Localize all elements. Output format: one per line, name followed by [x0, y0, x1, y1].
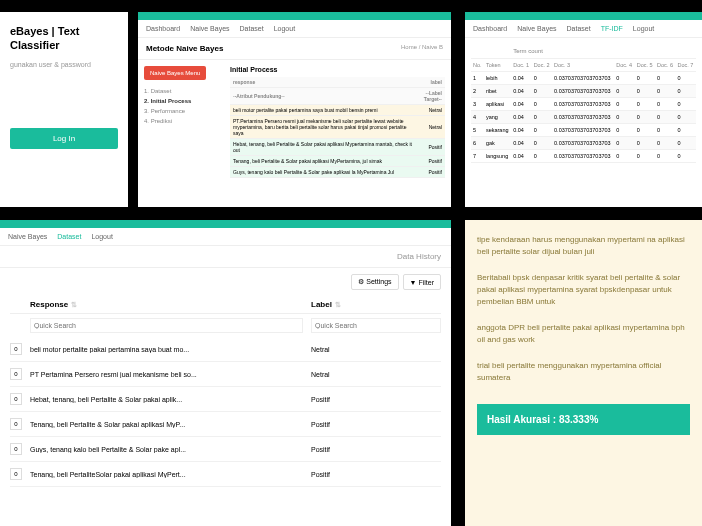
- tfidf-cell: 0: [614, 124, 634, 137]
- row-response: PT Pertamina Persero resmi jual mekanism…: [30, 371, 303, 378]
- row-num: 0: [10, 343, 22, 355]
- table-row[interactable]: 0Tenang, beli Pertalite & Solar pakai ap…: [10, 412, 441, 437]
- tfidf-cell: 0.04: [511, 150, 531, 163]
- menu-button[interactable]: Naive Bayes Menu: [144, 66, 206, 80]
- tfidf-cell: 3: [471, 98, 484, 111]
- naive-menu: Naive Bayes Menu 1. Dataset 2. Initial P…: [144, 66, 224, 178]
- proc-cell: beli motor pertalite pakai pertamina say…: [230, 105, 415, 116]
- tfidf-cell: 0.03703703703703703: [552, 124, 614, 137]
- tfidf-cell: 0: [676, 137, 697, 150]
- nav-dataset[interactable]: Dataset: [567, 25, 591, 32]
- tfidf-cell: 0: [655, 98, 675, 111]
- tfidf-cell: 0: [532, 72, 552, 85]
- result-text: trial beli pertalite menggunakan myperta…: [477, 360, 690, 384]
- col-response[interactable]: Response: [30, 300, 68, 309]
- tfidf-cell: yang: [484, 111, 511, 124]
- tfidf-cell: 0: [655, 137, 675, 150]
- row-label: Positif: [311, 421, 441, 428]
- row-response: Guys, tenang kalo beli Pertalite & Solar…: [30, 446, 303, 453]
- tfidf-cell: 0: [635, 150, 655, 163]
- row-label: Netral: [311, 346, 441, 353]
- result-panel: tipe kendaraan harus menggunakan myperta…: [465, 220, 702, 526]
- tfidf-cell: 0: [676, 85, 697, 98]
- result-text: tipe kendaraan harus menggunakan myperta…: [477, 234, 690, 258]
- process-table: responselabel --Atribut Pendukung----Lab…: [230, 77, 445, 178]
- th-doc2: Doc. 2: [532, 59, 552, 72]
- proc-cell: Hebat, tenang, beli Pertalite & Solar pa…: [230, 139, 415, 156]
- th-response: response: [230, 77, 415, 88]
- settings-button[interactable]: ⚙ Settings: [351, 274, 398, 290]
- search-response[interactable]: [30, 318, 303, 333]
- proc-label: Positif: [415, 139, 445, 156]
- proc-label: Netral: [415, 105, 445, 116]
- tfidf-cell: 0: [655, 124, 675, 137]
- table-row[interactable]: 0PT Pertamina Persero resmi jual mekanis…: [10, 362, 441, 387]
- tfidf-cell: 0: [614, 111, 634, 124]
- tfidf-cell: 6: [471, 137, 484, 150]
- login-subtitle: gunakan user & password: [10, 61, 118, 68]
- gear-icon: ⚙: [358, 278, 364, 285]
- th-doc6: Doc. 6: [655, 59, 675, 72]
- tfidf-cell: 0.04: [511, 85, 531, 98]
- tfidf-cell: 0: [532, 85, 552, 98]
- tfidf-cell: 0: [635, 124, 655, 137]
- filter-button[interactable]: ▼ Filter: [403, 274, 441, 290]
- nav-logout[interactable]: Logout: [274, 25, 295, 32]
- steps-list: 1. Dataset 2. Initial Process 3. Perform…: [144, 86, 224, 126]
- tfidf-cell: 0: [532, 150, 552, 163]
- nav-logout[interactable]: Logout: [91, 233, 112, 240]
- row-response: Hebat, tenang, beli Pertalite & Solar pa…: [30, 396, 303, 403]
- nav-dashboard[interactable]: Dashboard: [473, 25, 507, 32]
- proc-cell: Guys, tenang kalo beli Pertalite & Solar…: [230, 167, 415, 178]
- login-panel: eBayes | Text Classifier gunakan user & …: [0, 12, 128, 207]
- tfidf-cell: 0: [655, 72, 675, 85]
- tfidf-cell: 0: [655, 150, 675, 163]
- col-label[interactable]: Label: [311, 300, 332, 309]
- tfidf-cell: 0: [614, 72, 634, 85]
- nav-dashboard[interactable]: Dashboard: [146, 25, 180, 32]
- process-title: Initial Process: [230, 66, 445, 73]
- nav-tfidf[interactable]: TF-IDF: [601, 25, 623, 32]
- proc-cell: Tenang, beli Pertalite & Solar pakai apl…: [230, 156, 415, 167]
- row-response: Tenang, beli Pertalite & Solar pakai apl…: [30, 421, 303, 428]
- tfidf-panel: Dashboard Naive Bayes Dataset TF-IDF Log…: [465, 12, 702, 207]
- step-3[interactable]: 3. Performance: [144, 106, 224, 116]
- proc-label: Netral: [415, 116, 445, 139]
- step-2[interactable]: 2. Initial Process: [144, 96, 224, 106]
- nav-dataset[interactable]: Dataset: [240, 25, 264, 32]
- sort-icon[interactable]: ⇅: [335, 301, 341, 308]
- nav-naive[interactable]: Naive Bayes: [517, 25, 556, 32]
- th-attr: --Atribut Pendukung--: [230, 88, 415, 105]
- row-num: 0: [10, 418, 22, 430]
- step-1[interactable]: 1. Dataset: [144, 86, 224, 96]
- sort-icon[interactable]: ⇅: [71, 301, 77, 308]
- login-button[interactable]: Log In: [10, 128, 118, 149]
- search-label[interactable]: [311, 318, 441, 333]
- th-token: Token: [484, 59, 511, 72]
- row-response: Tenang, beli PertaliteSolar pakai aplika…: [30, 471, 303, 478]
- tfidf-cell: 0: [635, 111, 655, 124]
- table-row[interactable]: 0beli motor pertalite pakai pertamina sa…: [10, 337, 441, 362]
- login-title: eBayes | Text Classifier: [10, 24, 118, 53]
- tfidf-cell: 0: [532, 98, 552, 111]
- tfidf-cell: 0.03703703703703703: [552, 137, 614, 150]
- nav-naive[interactable]: Naive Bayes: [190, 25, 229, 32]
- th-doc1: Doc. 1: [511, 59, 531, 72]
- tfidf-cell: 0: [614, 98, 634, 111]
- nav-logout[interactable]: Logout: [633, 25, 654, 32]
- table-row[interactable]: 0Guys, tenang kalo beli Pertalite & Sola…: [10, 437, 441, 462]
- tfidf-cell: 1: [471, 72, 484, 85]
- nav-bar: Dashboard Naive Bayes Dataset TF-IDF Log…: [465, 20, 702, 38]
- tfidf-cell: 0.04: [511, 98, 531, 111]
- tfidf-cell: 0: [614, 85, 634, 98]
- tfidf-cell: 0: [614, 137, 634, 150]
- table-row[interactable]: 0Tenang, beli PertaliteSolar pakai aplik…: [10, 462, 441, 487]
- step-4[interactable]: 4. Prediksi: [144, 116, 224, 126]
- nav-naive[interactable]: Naive Bayes: [8, 233, 47, 240]
- table-row[interactable]: 0Hebat, tenang, beli Pertalite & Solar p…: [10, 387, 441, 412]
- dataset-panel: Naive Bayes Dataset Logout Data History …: [0, 220, 451, 526]
- nav-dataset[interactable]: Dataset: [57, 233, 81, 240]
- tfidf-cell: 0: [614, 150, 634, 163]
- tfidf-cell: sekarang: [484, 124, 511, 137]
- tfidf-cell: 0: [676, 111, 697, 124]
